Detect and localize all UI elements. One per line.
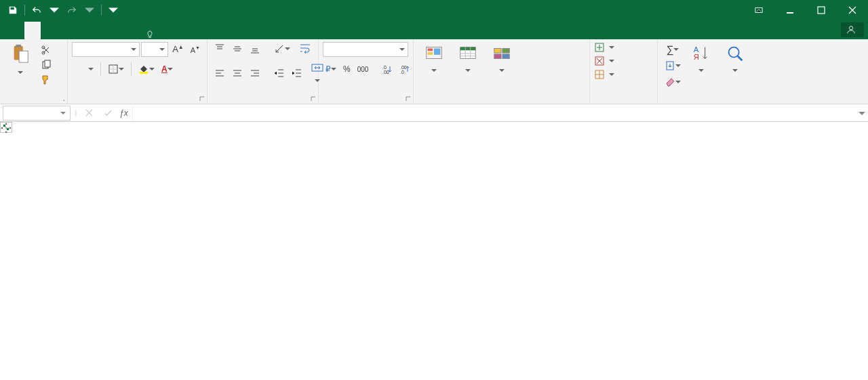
- svg-rect-21: [434, 49, 440, 55]
- dialog-launcher[interactable]: [405, 96, 412, 102]
- expand-formula-bar-button[interactable]: [856, 110, 868, 117]
- redo-icon[interactable]: [63, 1, 81, 19]
- tab-data[interactable]: [90, 22, 106, 39]
- group-cells: [590, 39, 658, 104]
- svg-text:.0: .0: [400, 70, 404, 75]
- underline-button[interactable]: [85, 63, 96, 75]
- check-icon: [104, 108, 113, 117]
- increase-indent-button[interactable]: [289, 66, 305, 80]
- italic-button[interactable]: [79, 68, 84, 70]
- font-size-combo[interactable]: [141, 42, 169, 57]
- format-cells-button[interactable]: [594, 69, 653, 80]
- delete-cells-button[interactable]: [594, 56, 653, 66]
- svg-text:А: А: [694, 45, 699, 54]
- tab-review[interactable]: [106, 22, 122, 39]
- chevron-down-icon: [60, 108, 66, 118]
- format-as-table-button[interactable]: [452, 41, 484, 77]
- sort-filter-button[interactable]: АЯ: [685, 41, 717, 89]
- tab-file[interactable]: [0, 22, 24, 39]
- fill-down-icon: [665, 60, 675, 71]
- align-top-button[interactable]: [212, 42, 228, 56]
- insert-cells-button[interactable]: [594, 42, 653, 53]
- tab-home[interactable]: [24, 22, 41, 39]
- find-select-button[interactable]: [719, 41, 751, 89]
- maximize-icon[interactable]: [806, 0, 837, 20]
- minimize-icon[interactable]: [774, 0, 806, 20]
- grow-font-icon: A▲: [172, 44, 184, 54]
- svg-point-3: [849, 26, 852, 30]
- font-color-button[interactable]: A: [159, 63, 176, 75]
- chevron-down-icon: [609, 43, 614, 52]
- align-top-icon: [214, 43, 225, 54]
- chevron-down-icon: [673, 45, 679, 54]
- ribbon-options-icon[interactable]: [743, 0, 774, 20]
- group-editing: ∑ АЯ: [658, 39, 787, 104]
- fill-color-button[interactable]: [136, 62, 157, 76]
- orientation-button[interactable]: [271, 42, 293, 56]
- autofill-options-button[interactable]: [0, 122, 12, 133]
- chevron-down-icon: [119, 64, 124, 74]
- font-family-combo[interactable]: [72, 42, 140, 57]
- format-painter-button[interactable]: [38, 73, 54, 87]
- align-left-button[interactable]: [212, 66, 228, 80]
- tab-formulas[interactable]: [73, 22, 90, 39]
- dec-decimal-icon: .00.0: [399, 64, 410, 75]
- percent-button[interactable]: %: [340, 63, 353, 75]
- paste-button[interactable]: [4, 41, 37, 87]
- clear-button[interactable]: [662, 75, 684, 89]
- cell-styles-button[interactable]: [486, 41, 518, 77]
- enter-formula-button[interactable]: [100, 108, 115, 117]
- qat-customize-icon[interactable]: [104, 1, 122, 19]
- scissors-icon: [41, 45, 52, 56]
- percent-icon: %: [343, 64, 351, 74]
- cancel-formula-button[interactable]: [81, 108, 96, 117]
- increase-decimal-button[interactable]: .0.00: [379, 62, 395, 76]
- tell-me-search[interactable]: [145, 30, 159, 39]
- share-button[interactable]: [841, 22, 864, 37]
- chevron-down-icon: [331, 64, 336, 74]
- redo-dropdown[interactable]: [81, 1, 98, 19]
- cut-button[interactable]: [38, 43, 54, 57]
- tab-layout[interactable]: [57, 22, 73, 39]
- conditional-formatting-button[interactable]: [418, 41, 450, 77]
- decrease-indent-button[interactable]: [271, 66, 288, 80]
- dialog-launcher[interactable]: [199, 96, 205, 102]
- sigma-icon: ∑: [667, 43, 674, 55]
- align-middle-button[interactable]: [229, 42, 245, 56]
- align-right-button[interactable]: [247, 66, 263, 80]
- currency-icon: ₽: [326, 64, 331, 74]
- close-icon[interactable]: [837, 0, 868, 20]
- align-bottom-icon: [250, 43, 260, 54]
- fx-icon[interactable]: ƒx: [119, 108, 128, 118]
- svg-rect-36: [7, 128, 9, 130]
- wrap-text-button[interactable]: [294, 42, 316, 56]
- shrink-font-button[interactable]: A▼: [188, 44, 203, 56]
- dialog-launcher[interactable]: [59, 96, 66, 102]
- comma-button[interactable]: 000: [355, 64, 372, 75]
- undo-dropdown[interactable]: [45, 1, 63, 19]
- formula-input[interactable]: [132, 106, 856, 121]
- copy-button[interactable]: [38, 58, 54, 72]
- undo-icon[interactable]: [28, 1, 45, 19]
- align-bottom-button[interactable]: [247, 42, 263, 56]
- dialog-launcher[interactable]: [310, 96, 317, 102]
- autosum-button[interactable]: ∑: [662, 42, 684, 56]
- align-center-button[interactable]: [229, 66, 245, 80]
- chevron-down-icon: [18, 68, 23, 77]
- tab-view[interactable]: [122, 22, 138, 39]
- formula-bar: ⁞ ƒx: [0, 104, 868, 122]
- svg-rect-2: [818, 7, 825, 14]
- grow-font-button[interactable]: A▲: [170, 43, 186, 56]
- decrease-decimal-button[interactable]: .00.0: [397, 62, 413, 76]
- borders-button[interactable]: [105, 62, 127, 76]
- save-icon[interactable]: [4, 1, 22, 19]
- accounting-button[interactable]: ₽: [323, 63, 339, 75]
- group-font: A▲ A▼ A: [68, 39, 208, 104]
- svg-rect-19: [428, 49, 433, 51]
- number-format-combo[interactable]: [323, 42, 408, 57]
- bold-button[interactable]: [72, 68, 77, 70]
- tab-insert[interactable]: [41, 22, 57, 39]
- name-box[interactable]: [3, 106, 71, 121]
- fill-button[interactable]: [662, 59, 684, 72]
- chevron-down-icon: [431, 66, 437, 75]
